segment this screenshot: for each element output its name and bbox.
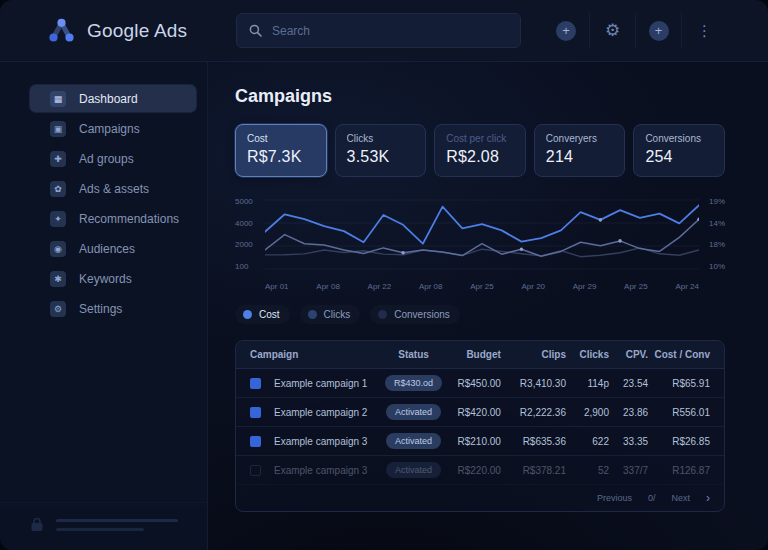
sidebar-item-settings[interactable]: ⚙Settings — [30, 295, 196, 322]
search-bar[interactable] — [236, 13, 521, 48]
sidebar-item-label: Audiences — [79, 242, 135, 256]
clicks-cell: 52 — [566, 465, 609, 476]
table-pagination: Previous 0/ Next › — [236, 485, 724, 511]
stat-card-label: Cost — [247, 133, 315, 144]
column-header-budget[interactable]: Budget — [444, 349, 501, 360]
sidebar-item-label: Ads & assets — [79, 182, 149, 196]
legend-item-cost[interactable]: Cost — [235, 305, 290, 324]
column-header-clicks[interactable]: Clicks — [566, 349, 609, 360]
stat-card-converyers[interactable]: Converyers214 — [534, 124, 626, 177]
budget-cell: R$450.00 — [444, 378, 501, 389]
brand[interactable]: Google Ads — [0, 18, 208, 43]
settings-icon: ⚙ — [50, 301, 66, 317]
chart-plot-area[interactable] — [265, 195, 699, 277]
legend-item-clicks[interactable]: Clicks — [300, 305, 361, 324]
add-circle-icon: + — [556, 21, 576, 41]
sidebar-footer — [0, 502, 207, 550]
x-axis-tick: Apr 08 — [316, 282, 340, 291]
pagination-previous-button[interactable]: Previous — [597, 493, 632, 503]
row-checkbox[interactable] — [250, 407, 261, 418]
legend-item-conversions[interactable]: Conversions — [370, 305, 460, 324]
legend-dot-icon — [243, 310, 252, 319]
table-row[interactable]: Example campaign 1R$430.odR$450.00R3,410… — [236, 369, 724, 398]
chart-y-axis-left: 500040002000100 — [235, 195, 259, 277]
kebab-menu-button[interactable]: ⋮ — [681, 13, 727, 49]
table-row[interactable]: Example campaign 3ActivatedR$210.00R$635… — [236, 427, 724, 456]
sidebar-item-ads-assets[interactable]: ✿Ads & assets — [30, 175, 196, 202]
sidebar-item-label: Settings — [79, 302, 122, 316]
cost-conv-cell: R$65.91 — [648, 378, 710, 389]
campaign-name: Example campaign 2 — [274, 407, 367, 418]
sidebar-item-keywords[interactable]: ✱Keywords — [30, 265, 196, 292]
x-axis-tick: Apr 25 — [470, 282, 494, 291]
y-axis-tick: 19% — [709, 197, 725, 206]
clips-cell: R2,222.36 — [501, 407, 566, 418]
y-axis-tick: 100 — [235, 262, 259, 271]
gear-button[interactable]: ⚙ — [589, 13, 635, 49]
chart-y-axis-right: 19%14%18%10% — [705, 195, 725, 277]
add-circle-button[interactable]: + — [543, 13, 589, 49]
x-axis-tick: Apr 25 — [624, 282, 648, 291]
campaign-chart-svg — [265, 195, 699, 277]
chart-x-axis: Apr 01Apr 08Apr 22Apr 08Apr 25Apr 20Apr … — [235, 277, 725, 291]
cpv-cell: 33.35 — [609, 436, 648, 447]
add-circle-2-button[interactable]: + — [635, 13, 681, 49]
clips-cell: R$378.21 — [501, 465, 566, 476]
status-badge: Activated — [386, 433, 441, 449]
stat-card-label: Conversions — [645, 133, 713, 144]
legend-dot-icon — [378, 310, 387, 319]
sidebar-item-campaigns[interactable]: ▣Campaigns — [30, 115, 196, 142]
stat-card-clicks[interactable]: Clicks3.53K — [335, 124, 427, 177]
stat-card-value: 3.53K — [347, 148, 415, 166]
campaigns-icon: ▣ — [50, 121, 66, 137]
stat-card-value: R$7.3K — [247, 148, 315, 166]
pagination-next-button[interactable]: Next — [671, 493, 690, 503]
add-circle-icon-2: + — [649, 21, 669, 41]
sidebar-item-recommendations[interactable]: ✦Recommendations — [30, 205, 196, 232]
budget-cell: R$220.00 — [444, 465, 501, 476]
ad-groups-icon: ✚ — [50, 151, 66, 167]
pagination-next-arrow-icon[interactable]: › — [706, 491, 710, 505]
clicks-cell: 2,900 — [566, 407, 609, 418]
cpv-cell: 337/7 — [609, 465, 648, 476]
y-axis-tick: 10% — [709, 262, 725, 271]
row-checkbox[interactable] — [250, 436, 261, 447]
legend-dot-icon — [308, 310, 317, 319]
main-content: Campaigns CostR$7.3KClicks3.53KCost per … — [208, 62, 768, 550]
status-badge: R$430.od — [385, 375, 442, 391]
clips-cell: R3,410.30 — [501, 378, 566, 389]
recommendations-icon: ✦ — [50, 211, 66, 227]
y-axis-tick: 4000 — [235, 219, 259, 228]
search-input[interactable] — [272, 24, 508, 38]
sidebar-item-label: Recommendations — [79, 212, 179, 226]
stat-card-cost-per-click[interactable]: Cost per clickR$2.08 — [434, 124, 526, 177]
sidebar-item-dashboard[interactable]: ▦Dashboard — [30, 85, 196, 112]
column-header-clips[interactable]: Clips — [501, 349, 566, 360]
stat-card-value: R$2.08 — [446, 148, 514, 166]
chart-line-cost — [265, 205, 699, 244]
stat-card-cost[interactable]: CostR$7.3K — [235, 124, 327, 177]
row-checkbox[interactable] — [250, 465, 261, 476]
audiences-icon: ◉ — [50, 241, 66, 257]
stat-card-conversions[interactable]: Conversions254 — [633, 124, 725, 177]
cpv-cell: 23.54 — [609, 378, 648, 389]
x-axis-tick: Apr 08 — [419, 282, 443, 291]
kebab-menu-icon: ⋮ — [697, 22, 712, 40]
column-header-campaign[interactable]: Campaign — [250, 349, 384, 360]
campaign-cell: Example campaign 1 — [250, 378, 384, 389]
column-header-status[interactable]: Status — [384, 349, 444, 360]
campaign-cell: Example campaign 3 — [250, 436, 384, 447]
sidebar-item-ad-groups[interactable]: ✚Ad groups — [30, 145, 196, 172]
table-row[interactable]: Example campaign 3ActivatedR$220.00R$378… — [236, 456, 724, 485]
row-checkbox[interactable] — [250, 378, 261, 389]
stat-card-value: 254 — [645, 148, 713, 166]
column-header-cpv-[interactable]: CPV. — [609, 349, 648, 360]
chart-point-marker — [599, 218, 602, 222]
cost-conv-cell: R556.01 — [648, 407, 710, 418]
sidebar-item-audiences[interactable]: ◉Audiences — [30, 235, 196, 262]
column-header-cost-conv[interactable]: Cost / Conv — [648, 349, 710, 360]
table-row[interactable]: Example campaign 2ActivatedR$420.00R2,22… — [236, 398, 724, 427]
keywords-icon: ✱ — [50, 271, 66, 287]
sidebar: ▦Dashboard▣Campaigns✚Ad groups✿Ads & ass… — [0, 62, 208, 550]
sidebar-item-label: Dashboard — [79, 92, 138, 106]
